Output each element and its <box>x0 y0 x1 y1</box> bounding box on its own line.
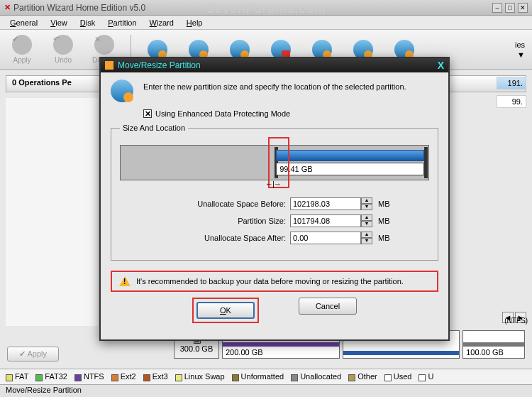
legend-fat: FAT <box>6 372 28 381</box>
input-partition-size[interactable] <box>290 214 361 227</box>
menu-general[interactable]: General <box>4 17 43 28</box>
unit-mb: MB <box>378 217 390 225</box>
legend-unallocated: Unallocated <box>291 372 341 381</box>
toolbar-apply[interactable]: ✔Apply <box>7 35 37 64</box>
dialog-titlebar: Move/Resize Partition X <box>101 58 448 72</box>
side-panel <box>6 98 98 326</box>
dialog-close-icon[interactable]: X <box>438 60 444 71</box>
minimize-button[interactable]: – <box>492 3 502 13</box>
status-bar: Move/Resize Partition <box>0 384 532 397</box>
toolbar-undo-label: Undo <box>55 56 72 64</box>
input-space-before[interactable] <box>290 197 361 210</box>
right-column: 191. 99. <box>497 77 526 108</box>
right-cell-2: 99. <box>497 95 526 108</box>
partition-used-bar <box>276 150 424 161</box>
legend-swap: Linux Swap <box>175 372 225 381</box>
partition-visual[interactable]: 99.41 GB ←|→ <box>120 145 429 180</box>
toolbar-suffix: ies <box>515 40 525 49</box>
ntfs-hint: (NTFS) <box>504 317 528 325</box>
dialog-intro: Enter the new partition size and specify… <box>143 80 406 91</box>
disk1-size: 300.0 GB <box>180 344 213 353</box>
ok-button[interactable]: OK <box>196 302 255 319</box>
toolbar-undo[interactable]: ↶Undo <box>48 35 78 64</box>
partition-chunk-3[interactable]: 100.00 GB <box>462 330 525 359</box>
label-space-before: Unallocate Space Before: <box>120 200 290 208</box>
menu-help[interactable]: Help <box>181 17 209 28</box>
label-space-after: Unallocate Space After: <box>120 234 290 242</box>
window-title: Partition Wizard Home Edition v5.0 <box>13 3 492 13</box>
spin-up-icon[interactable]: ▲ <box>361 214 372 221</box>
menubar: General View Disk Partition Wizard Help <box>0 16 532 30</box>
undo-icon: ↶ <box>53 35 73 55</box>
menu-partition[interactable]: Partition <box>102 17 142 28</box>
legend-unformatted: Unformatted <box>232 372 284 381</box>
warning-box: It's recommended to backup your data bef… <box>111 271 438 292</box>
enhanced-mode-checkbox[interactable]: ✕ <box>143 109 152 118</box>
move-resize-dialog: Move/Resize Partition X Enter the new pa… <box>99 57 450 341</box>
input-space-after[interactable] <box>290 232 361 244</box>
menu-wizard[interactable]: Wizard <box>144 17 179 28</box>
maximize-button[interactable]: □ <box>505 3 515 13</box>
resize-handle-right[interactable] <box>424 147 428 178</box>
spin-up-icon[interactable]: ▲ <box>361 232 372 238</box>
unit-mb: MB <box>378 234 390 242</box>
dialog-title: Move/Resize Partition <box>118 60 201 70</box>
legend-u: U <box>419 372 433 381</box>
group-legend: Size And Location <box>120 124 188 132</box>
cancel-button[interactable]: Cancel <box>299 298 357 315</box>
partition-chunk-1-size: 200.00 GB <box>226 348 336 357</box>
check-icon: ✔ <box>12 35 32 55</box>
ok-highlight: OK <box>192 298 259 323</box>
legend-other: Other <box>348 372 377 381</box>
app-icon: ✕ <box>4 3 11 12</box>
partition-free-bar: 99.41 GB <box>276 163 424 175</box>
spin-down-icon[interactable]: ▼ <box>361 221 372 227</box>
move-cursor-icon: ←|→ <box>265 180 281 188</box>
close-button[interactable]: ✕ <box>518 3 528 13</box>
menu-disk[interactable]: Disk <box>74 17 101 28</box>
apply-button[interactable]: ✔ Apply <box>7 347 59 361</box>
resize-icon <box>111 80 133 102</box>
toolbar-apply-label: Apply <box>13 56 31 64</box>
spin-down-icon[interactable]: ▼ <box>361 204 372 210</box>
menu-view[interactable]: View <box>45 17 73 28</box>
apply-button-label: Apply <box>27 349 47 358</box>
discard-icon: ✕ <box>94 35 114 55</box>
legend-ntfs: NTFS <box>74 372 104 381</box>
warning-icon <box>119 276 131 286</box>
toolbar-dropdown-icon[interactable]: ▼ <box>517 50 525 59</box>
label-partition-size: Partition Size: <box>120 217 290 225</box>
legend-ext3: Ext3 <box>143 372 168 381</box>
legend-used: Used <box>384 372 412 381</box>
apply-bar: ✔ Apply <box>7 347 59 361</box>
enhanced-mode-label: Using Enhanced Data Protecting Mode <box>155 109 290 118</box>
size-location-group: Size And Location 99.41 GB ←|→ Unallocat… <box>111 124 438 261</box>
warning-text: It's recommended to backup your data bef… <box>136 277 404 285</box>
right-cell-1: 191. <box>497 77 526 89</box>
spin-down-icon[interactable]: ▼ <box>361 238 372 244</box>
spin-up-icon[interactable]: ▲ <box>361 197 372 204</box>
unit-mb: MB <box>378 200 390 208</box>
legend-fat32: FAT32 <box>35 372 67 381</box>
window-titlebar: ✕ Partition Wizard Home Edition v5.0 – □… <box>0 0 532 16</box>
legend-bar: FAT FAT32 NTFS Ext2 Ext3 Linux Swap Unfo… <box>0 369 532 384</box>
unallocated-before-visual <box>121 146 275 180</box>
dialog-icon <box>105 61 113 70</box>
partition-chunk-3-size: 100.00 GB <box>466 348 521 357</box>
legend-ext2: Ext2 <box>111 372 136 381</box>
